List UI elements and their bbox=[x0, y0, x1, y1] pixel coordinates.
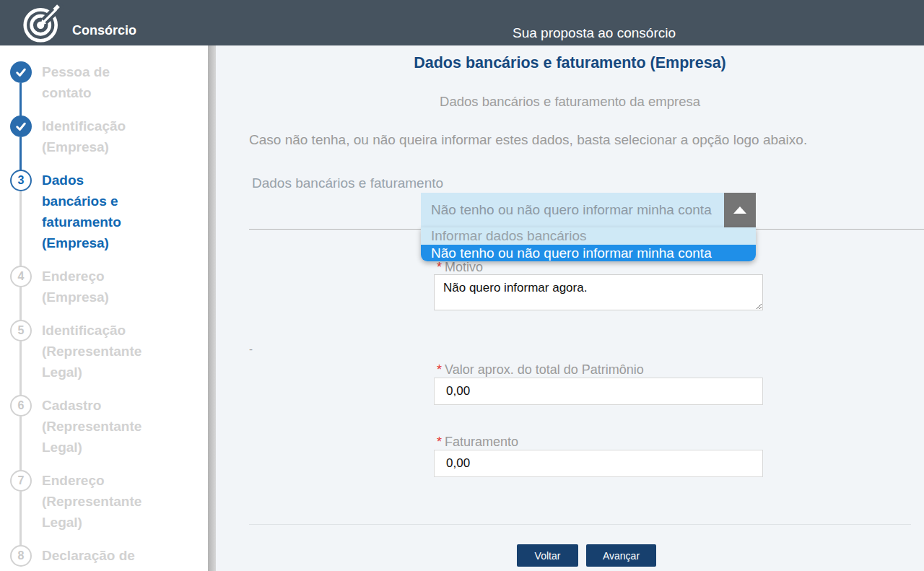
select-toggle-button[interactable] bbox=[724, 193, 756, 227]
step-number: 7 bbox=[10, 470, 32, 492]
info-note: Caso não tenha, ou não queira informar e… bbox=[249, 132, 807, 148]
select-dropdown: Informar dados bancários Não tenho ou nã… bbox=[421, 227, 756, 261]
bank-data-select[interactable]: Não tenho ou não quero informar minha co… bbox=[421, 193, 756, 227]
step-connector bbox=[19, 417, 22, 471]
step-connector bbox=[19, 492, 22, 546]
required-asterisk: * bbox=[437, 435, 442, 449]
app-header: Consórcio Sua proposta ao consórcio bbox=[0, 0, 924, 45]
page-subtitle: Dados bancários e faturamento da empresa bbox=[216, 94, 924, 110]
avancar-button[interactable]: Avançar bbox=[586, 544, 656, 567]
step-connector bbox=[19, 83, 22, 117]
header-title: Sua proposta ao consórcio bbox=[513, 25, 676, 41]
voltar-button[interactable]: Voltar bbox=[517, 544, 578, 567]
patrimonio-input[interactable] bbox=[434, 378, 763, 405]
stepper-sidebar: Pessoa de contato Identificação (Empresa… bbox=[0, 45, 208, 571]
step-label: Endereço (Representante Legal) bbox=[42, 470, 146, 533]
page-title: Dados bancários e faturamento (Empresa) bbox=[216, 54, 924, 72]
motivo-label: *Motivo bbox=[437, 260, 483, 275]
step-check-icon bbox=[10, 115, 32, 137]
step-number: 8 bbox=[10, 545, 32, 567]
stepper-step-pessoa-de-contato[interactable]: Pessoa de contato bbox=[0, 61, 208, 103]
stepper-step-identificacao-empresa[interactable]: Identificação (Empresa) bbox=[0, 115, 208, 157]
step-connector bbox=[19, 287, 22, 321]
step-label: Declaração de Saúde bbox=[42, 545, 146, 571]
step-check-icon bbox=[10, 61, 32, 83]
stepper-step-declaracao-saude[interactable]: 8 Declaração de Saúde bbox=[0, 545, 208, 571]
step-connector bbox=[19, 341, 22, 396]
stepper-step-identificacao-rep-legal[interactable]: 5 Identificação (Representante Legal) bbox=[0, 320, 208, 383]
step-number: 6 bbox=[10, 395, 32, 417]
step-number: 4 bbox=[10, 266, 32, 287]
required-asterisk: * bbox=[437, 362, 442, 377]
step-connector bbox=[19, 137, 22, 171]
step-number: 3 bbox=[10, 170, 32, 191]
faturamento-label: *Faturamento bbox=[437, 435, 518, 450]
motivo-textarea[interactable] bbox=[434, 274, 763, 310]
patrimonio-label: *Valor aprox. do total do Patrimônio bbox=[437, 362, 644, 378]
stepper-step-cadastro-rep-legal[interactable]: 6 Cadastro (Representante Legal) bbox=[0, 395, 208, 458]
chevron-up-icon bbox=[733, 206, 746, 214]
select-option-informar[interactable]: Informar dados bancários bbox=[421, 227, 756, 245]
stepper-step-endereco-empresa[interactable]: 4 Endereço (Empresa) bbox=[0, 266, 208, 308]
dash-text: - bbox=[249, 343, 253, 355]
faturamento-label-text: Faturamento bbox=[445, 435, 518, 449]
target-dart-icon bbox=[22, 3, 64, 43]
stepper-step-endereco-rep-legal[interactable]: 7 Endereço (Representante Legal) bbox=[0, 470, 208, 533]
motivo-label-text: Motivo bbox=[445, 260, 483, 274]
bank-data-select-label: Dados bancários e faturamento bbox=[252, 175, 443, 191]
step-connector bbox=[19, 191, 22, 267]
faturamento-input[interactable] bbox=[434, 450, 763, 477]
step-label: Endereço (Empresa) bbox=[42, 266, 146, 308]
step-label: Dados bancários e faturamento (Empresa) bbox=[42, 170, 146, 253]
required-asterisk: * bbox=[437, 260, 442, 274]
step-label: Pessoa de contato bbox=[42, 61, 146, 103]
stepper: Pessoa de contato Identificação (Empresa… bbox=[0, 61, 208, 571]
step-number: 5 bbox=[10, 320, 32, 341]
step-label: Cadastro (Representante Legal) bbox=[42, 395, 146, 458]
main-panel: Dados bancários e faturamento (Empresa) … bbox=[216, 45, 924, 571]
footer-divider bbox=[249, 524, 911, 525]
select-option-nao-tenho[interactable]: Não tenho ou não quero informar minha co… bbox=[421, 245, 756, 262]
step-label: Identificação (Empresa) bbox=[42, 115, 146, 157]
stepper-step-dados-bancarios[interactable]: 3 Dados bancários e faturamento (Empresa… bbox=[0, 170, 208, 253]
select-current-value: Não tenho ou não quero informar minha co… bbox=[421, 193, 756, 227]
step-label: Identificação (Representante Legal) bbox=[42, 320, 146, 383]
brand-name: Consórcio bbox=[72, 23, 136, 45]
sidebar-scrollbar[interactable] bbox=[208, 45, 216, 571]
patrimonio-label-text: Valor aprox. do total do Patrimônio bbox=[445, 362, 644, 377]
